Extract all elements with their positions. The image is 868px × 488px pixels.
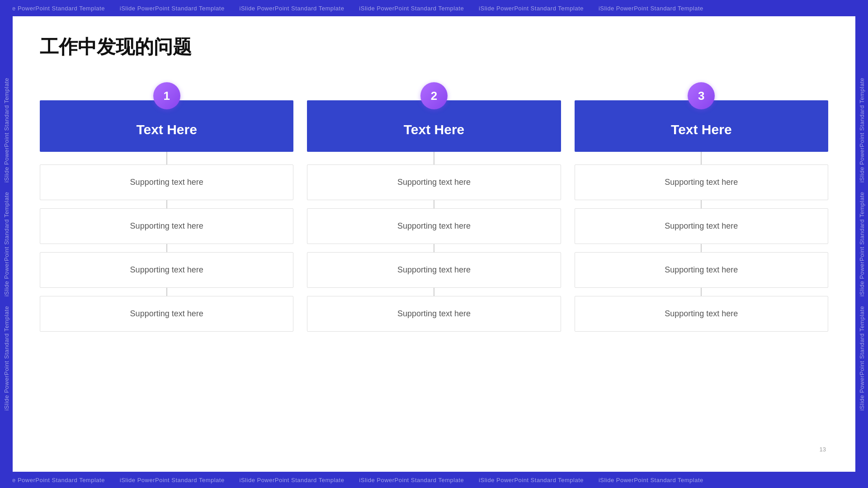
- card-3-1: Supporting text here: [575, 164, 828, 200]
- connector-1-3: [166, 288, 167, 296]
- connector-2-3: [434, 288, 434, 296]
- card-1-3: Supporting text here: [40, 252, 293, 288]
- page-title: 工作中发现的问题: [40, 34, 828, 60]
- watermark-bottom: iSlide PowerPoint Standard Template iSli…: [0, 472, 868, 488]
- card-1-2: Supporting text here: [40, 208, 293, 244]
- card-1-1: Supporting text here: [40, 164, 293, 200]
- connector-2-2: [434, 244, 434, 252]
- card-2-2: Supporting text here: [307, 208, 561, 244]
- watermark-left: iSlide PowerPoint Standard Template iSli…: [0, 0, 13, 488]
- main-content: 工作中发现的问题 1Text HereSupporting text hereS…: [13, 16, 855, 472]
- watermark-left-text: iSlide PowerPoint Standard Template iSli…: [3, 78, 10, 411]
- card-2-4: Supporting text here: [307, 296, 561, 332]
- badge-1: 1: [153, 82, 180, 109]
- connector-3-2: [701, 244, 702, 252]
- card-3-2: Supporting text here: [575, 208, 828, 244]
- connector-2-0: [434, 152, 434, 164]
- page-number: 13: [820, 446, 826, 453]
- card-3-4: Supporting text here: [575, 296, 828, 332]
- column-1: 1Text HereSupporting text hereSupporting…: [40, 82, 293, 332]
- badge-2: 2: [420, 82, 448, 109]
- card-3-3: Supporting text here: [575, 252, 828, 288]
- connector-1-0: [166, 152, 167, 164]
- connector-2-1: [434, 200, 434, 208]
- watermark-right: iSlide PowerPoint Standard Template iSli…: [855, 0, 868, 488]
- watermark-top-text: iSlide PowerPoint Standard Template iSli…: [0, 5, 703, 12]
- card-1-4: Supporting text here: [40, 296, 293, 332]
- columns-container: 1Text HereSupporting text hereSupporting…: [40, 82, 828, 332]
- watermark-bottom-text: iSlide PowerPoint Standard Template iSli…: [0, 477, 703, 483]
- card-2-1: Supporting text here: [307, 164, 561, 200]
- connector-1-2: [166, 244, 167, 252]
- connector-3-1: [701, 200, 702, 208]
- connector-3-0: [701, 152, 702, 164]
- watermark-top: iSlide PowerPoint Standard Template iSli…: [0, 0, 868, 16]
- watermark-right-text: iSlide PowerPoint Standard Template iSli…: [859, 78, 865, 411]
- card-2-3: Supporting text here: [307, 252, 561, 288]
- connector-3-3: [701, 288, 702, 296]
- column-3: 3Text HereSupporting text hereSupporting…: [575, 82, 828, 332]
- column-2: 2Text HereSupporting text hereSupporting…: [307, 82, 561, 332]
- connector-1-1: [166, 200, 167, 208]
- badge-3: 3: [688, 82, 715, 109]
